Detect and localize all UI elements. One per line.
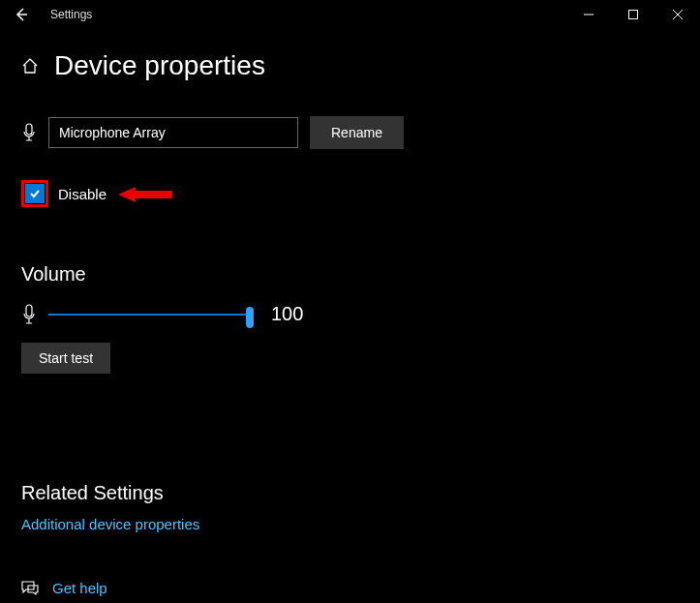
get-help-row: Get help xyxy=(21,580,700,596)
window-controls xyxy=(566,0,700,29)
microphone-icon xyxy=(21,123,37,142)
svg-rect-0 xyxy=(629,11,638,19)
get-help-link[interactable]: Get help xyxy=(52,580,107,596)
back-button[interactable] xyxy=(0,0,43,29)
disable-row: Disable xyxy=(21,180,700,207)
app-title: Settings xyxy=(50,8,92,21)
home-icon[interactable] xyxy=(21,57,39,75)
disable-checkbox[interactable] xyxy=(25,184,45,203)
page-title: Device properties xyxy=(54,50,265,81)
additional-device-properties-link[interactable]: Additional device properties xyxy=(21,516,199,532)
help-links: Get help Give feedback xyxy=(21,580,700,603)
back-arrow-icon xyxy=(14,7,29,22)
svg-marker-2 xyxy=(118,187,172,202)
slider-thumb[interactable] xyxy=(246,307,254,328)
disable-label: Disable xyxy=(58,186,107,202)
annotation-highlight xyxy=(21,180,48,207)
close-icon xyxy=(673,10,683,19)
device-name-row: Rename xyxy=(21,116,700,149)
volume-heading: Volume xyxy=(21,263,700,286)
checkmark-icon xyxy=(28,187,42,200)
chat-icon xyxy=(21,581,39,596)
start-test-button[interactable]: Start test xyxy=(21,343,110,374)
maximize-icon xyxy=(628,10,638,19)
content: Rename Disable Volume 100 Start test Rel… xyxy=(21,116,700,603)
maximize-button[interactable] xyxy=(611,0,655,29)
device-name-input[interactable] xyxy=(48,117,298,148)
minimize-button[interactable] xyxy=(566,0,611,29)
svg-rect-1 xyxy=(26,124,32,135)
slider-track xyxy=(48,314,254,316)
microphone-icon xyxy=(21,304,37,325)
svg-rect-3 xyxy=(26,305,32,317)
minimize-icon xyxy=(584,10,593,19)
titlebar: Settings xyxy=(0,0,700,29)
volume-row: 100 xyxy=(21,303,700,325)
page-header: Device properties xyxy=(21,50,700,81)
close-button[interactable] xyxy=(655,0,700,29)
annotation-arrow xyxy=(118,186,172,203)
related-settings-heading: Related Settings xyxy=(21,482,700,504)
volume-value: 100 xyxy=(271,303,303,325)
volume-slider[interactable] xyxy=(48,305,254,324)
rename-button[interactable]: Rename xyxy=(310,116,404,149)
